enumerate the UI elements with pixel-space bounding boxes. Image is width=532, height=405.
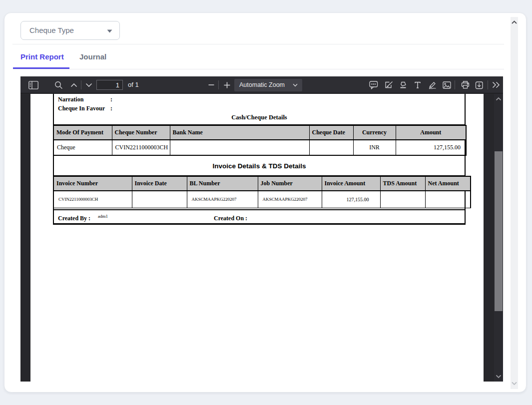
next-page-icon[interactable] (83, 79, 94, 90)
col-header: Cheque Date (309, 125, 353, 140)
created-by-value: adm1 (98, 214, 108, 219)
cell-currency: INR (353, 140, 396, 155)
card-scrollbar[interactable] (511, 17, 518, 389)
scroll-down-icon[interactable] (495, 374, 502, 380)
search-icon[interactable] (53, 79, 64, 90)
cell-job-number: AKSCMAAPKG220207 (258, 191, 322, 208)
scroll-down-icon[interactable] (511, 381, 518, 387)
cheque-in-favour-field: Cheque In Favour : (58, 105, 105, 112)
cash-cheque-table: Mode Of Payment Cheque Number Bank Name … (53, 125, 467, 156)
cell-mode-of-payment: Cheque (53, 140, 112, 155)
chevron-down-icon (107, 29, 112, 33)
narration-field: Narration : (58, 96, 83, 103)
narration-label: Narration (58, 96, 83, 103)
toolbar-separator (81, 80, 81, 89)
col-header: Invoice Number (53, 176, 132, 191)
signature-icon[interactable] (383, 79, 394, 90)
table-row: CVIN2211000003CH AKSCMAAPKG220207 AKSCMA… (53, 191, 471, 208)
save-icon[interactable] (474, 79, 485, 90)
scroll-up-icon[interactable] (495, 96, 502, 102)
col-header: BL Number (187, 176, 258, 191)
cell-invoice-amount: 127,155.00 (322, 191, 380, 208)
cell-invoice-number: CVIN2211000003CH (53, 191, 132, 208)
col-header: Job Number (258, 176, 322, 191)
tabs-divider (13, 69, 504, 69)
zoom-select-value: Automatic Zoom (239, 81, 285, 88)
col-header: Invoice Amount (322, 176, 380, 191)
table-header-row: Invoice Number Invoice Date BL Number Jo… (53, 176, 471, 191)
created-by-label: Created By : (58, 215, 90, 222)
highlight-icon[interactable] (398, 79, 409, 90)
more-tools-icon[interactable] (491, 79, 502, 90)
scroll-up-icon[interactable] (511, 19, 518, 25)
cell-cheque-date (309, 140, 353, 155)
page-count-label: of 1 (128, 81, 139, 88)
col-header: Amount (396, 125, 466, 140)
cell-bank-name (170, 140, 309, 155)
cell-invoice-date (132, 191, 187, 208)
report-footer: Created By : adm1 Created On : (53, 209, 466, 224)
report-card: Cheque Type Print Report Journal (4, 12, 527, 393)
pdf-scrollbar-thumb[interactable] (495, 151, 503, 311)
free-text-icon[interactable] (412, 79, 423, 90)
created-on-label: Created On : (214, 215, 247, 222)
tab-print-report[interactable]: Print Report (20, 52, 64, 61)
cheque-in-favour-label: Cheque In Favour (58, 105, 105, 112)
narration-colon: : (110, 96, 112, 103)
toolbar-separator (455, 80, 455, 89)
zoom-select[interactable]: Automatic Zoom (234, 79, 302, 91)
cell-net-amount (425, 191, 471, 208)
col-header: Net Amount (425, 176, 471, 191)
cell-amount: 127,155.00 (396, 140, 466, 155)
page-background: Cheque Type Print Report Journal (0, 0, 532, 405)
report-outer-box: Narration : Cheque In Favour : Cash/Cheq… (53, 94, 466, 225)
cash-cheque-section-title: Cash/Cheque Details (54, 112, 465, 125)
cell-cheque-number: CVIN2211000003CH (112, 140, 170, 155)
toolbar-separator (488, 80, 488, 89)
col-header: Bank Name (170, 125, 309, 140)
add-image-icon[interactable] (441, 79, 452, 90)
cheque-in-favour-colon: : (110, 105, 112, 112)
pdf-page: Narration : Cheque In Favour : Cash/Cheq… (30, 94, 484, 382)
cell-tds-amount (380, 191, 425, 208)
invoice-section-title: Invoice Details & TDS Details (54, 157, 465, 176)
col-header: TDS Amount (380, 176, 425, 191)
pdf-scrollbar[interactable] (494, 94, 503, 382)
chevron-down-icon (293, 83, 298, 87)
zoom-in-icon[interactable] (221, 79, 232, 90)
print-icon[interactable] (460, 79, 471, 90)
toolbar-separator (218, 80, 219, 89)
col-header: Currency (353, 125, 396, 140)
zoom-out-icon[interactable] (206, 79, 217, 90)
tab-journal[interactable]: Journal (79, 52, 106, 61)
cheque-type-label: Cheque Type (29, 26, 74, 34)
table-row: Cheque CVIN2211000003CH INR 127,155.00 (53, 140, 466, 155)
draw-icon[interactable] (427, 79, 438, 90)
col-header: Mode Of Payment (53, 125, 112, 140)
cheque-type-select[interactable]: Cheque Type (20, 21, 120, 40)
invoice-table: Invoice Number Invoice Date BL Number Jo… (53, 176, 471, 208)
page-number-input[interactable] (96, 80, 123, 90)
pdf-viewer-body: Narration : Cheque In Favour : Cash/Cheq… (20, 94, 503, 382)
pdf-viewer: of 1 Automatic Zoom (20, 76, 503, 382)
sidebar-toggle-icon[interactable] (28, 79, 39, 90)
comment-icon[interactable] (368, 79, 379, 90)
previous-page-icon[interactable] (68, 79, 79, 90)
pdf-toolbar: of 1 Automatic Zoom (20, 76, 503, 93)
table-header-row: Mode Of Payment Cheque Number Bank Name … (53, 125, 466, 140)
header-divider (12, 44, 504, 44)
col-header: Cheque Number (112, 125, 170, 140)
col-header: Invoice Date (132, 176, 187, 191)
cell-bl-number: AKSCMAAPKG220207 (187, 191, 258, 208)
